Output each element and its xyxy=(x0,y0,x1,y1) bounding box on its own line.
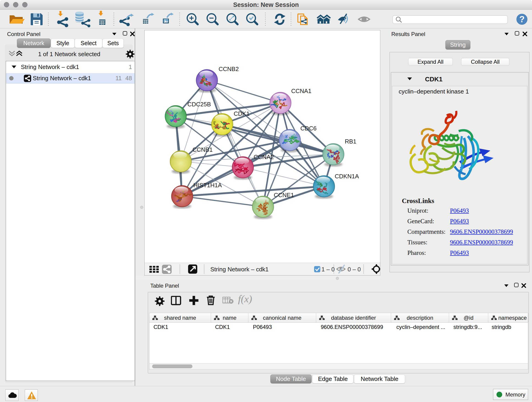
svg-text:RB1: RB1 xyxy=(345,138,356,145)
svg-text:CCNA2: CCNA2 xyxy=(254,153,274,160)
svg-text:?: ? xyxy=(519,14,525,24)
svg-text:CCNE1: CCNE1 xyxy=(274,191,294,198)
svg-text:CDKN1A: CDKN1A xyxy=(335,173,359,180)
svg-text:CDC6: CDC6 xyxy=(300,125,317,132)
svg-text:HIST1H1A: HIST1H1A xyxy=(193,182,222,189)
svg-text:CCNB2: CCNB2 xyxy=(219,65,239,72)
svg-text:CDC25B: CDC25B xyxy=(187,101,211,108)
svg-text:CDK1: CDK1 xyxy=(234,110,249,117)
svg-text:CCNA1: CCNA1 xyxy=(291,88,311,95)
svg-text:CCNB1: CCNB1 xyxy=(192,146,213,153)
